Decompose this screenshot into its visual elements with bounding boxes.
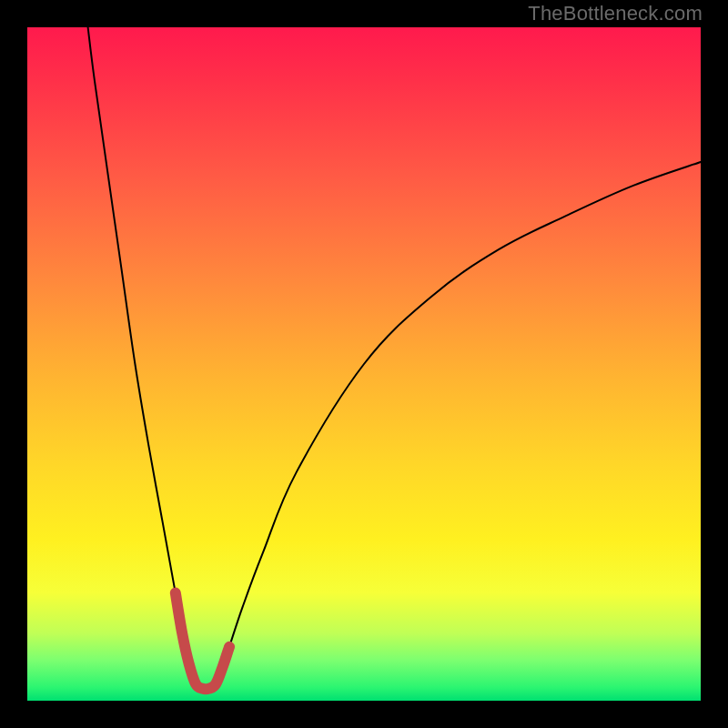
chart-svg [27,27,701,701]
chart-frame [27,27,701,701]
highlight-segment [176,593,229,690]
watermark-text: TheBottleneck.com [528,2,703,25]
